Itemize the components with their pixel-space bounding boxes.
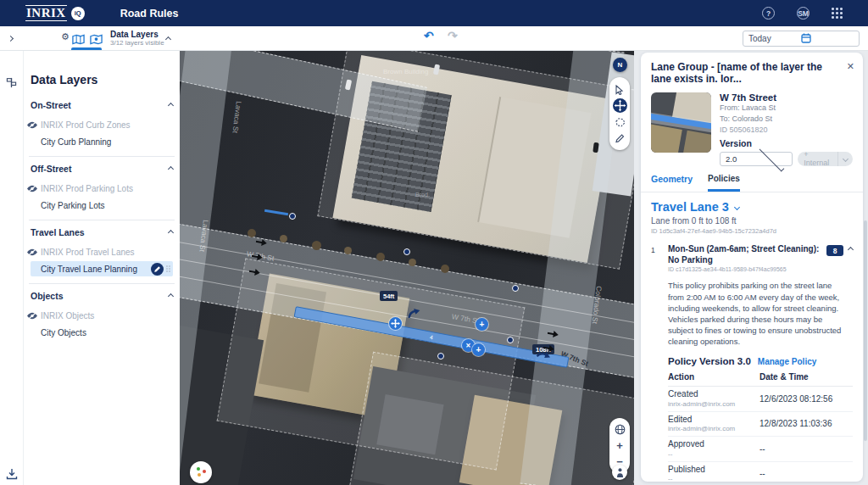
active-tab-indicator <box>71 47 102 50</box>
add-vertex-marker-icon[interactable]: + <box>476 318 488 331</box>
tab-policies[interactable]: Policies <box>708 174 740 192</box>
eye-off-icon[interactable] <box>27 121 41 129</box>
iq-badge-icon: iQ <box>71 7 85 20</box>
lane-title: Travel Lane 3 <box>651 200 729 214</box>
apps-grid-icon[interactable] <box>832 8 843 19</box>
inrix-logo-text: INRIX <box>25 5 67 21</box>
sidebar-title: Data Layers <box>31 73 173 86</box>
layer-item-inrix-objects[interactable]: INRIX Objects <box>31 308 173 323</box>
layer-item-inrix-curb-zones[interactable]: INRIX Prod Curb Zones <box>31 117 173 132</box>
section-on-street[interactable]: On-Street <box>31 100 173 110</box>
move-marker-icon[interactable] <box>389 317 402 330</box>
lane-id: ID 1d5c3af4-27ef-4ae9-94b5-15c7232a4d7d <box>651 227 853 235</box>
compass-icon[interactable]: N <box>613 58 627 72</box>
inrix-logo[interactable]: INRIX iQ <box>25 5 85 21</box>
layer-label: City Travel Lane Planning <box>41 265 137 274</box>
building-label: Brown Building <box>383 68 428 75</box>
vertex-dot[interactable] <box>437 353 444 360</box>
internal-button[interactable]: + Internal <box>798 152 853 166</box>
add-vertex-marker-icon[interactable]: + <box>472 343 485 356</box>
map-canvas[interactable]: Brown Building Brod Lavaca St Lavaca St … <box>180 51 634 485</box>
section-objects[interactable]: Objects <box>31 291 173 301</box>
data-layers-toggle[interactable]: Data Layers 3/12 layers visible <box>110 30 164 47</box>
section-travel-lanes[interactable]: Travel Lanes <box>31 227 173 237</box>
table-row: Published-- -- <box>668 462 853 482</box>
gear-icon[interactable]: ⚙ <box>61 31 70 42</box>
section-off-street[interactable]: Off-Street <box>31 164 173 174</box>
chevron-up-icon[interactable] <box>165 36 171 42</box>
measurement-label-start: 54ft <box>380 291 398 301</box>
help-icon[interactable]: ? <box>762 7 775 20</box>
eye-off-icon[interactable] <box>27 185 41 192</box>
manage-policy-link[interactable]: Manage Policy <box>758 357 816 366</box>
policy-badge: 8 <box>826 245 843 256</box>
layer-item-city-curb-planning[interactable]: City Curb Planning <box>31 134 173 149</box>
policy-version-title: Policy Version 3.0 <box>668 356 751 366</box>
redo-icon[interactable]: ↷ <box>448 29 458 42</box>
globe-icon[interactable] <box>611 421 628 438</box>
layer-item-inrix-travel-lanes[interactable]: INRIX Prod Travel Lanes <box>31 244 173 259</box>
vertex-dot[interactable] <box>289 213 296 220</box>
column-action: Action <box>668 372 760 382</box>
lane-group-panel: Lane Group - [name of the layer the lane… <box>641 53 863 482</box>
pencil-tool-icon[interactable] <box>611 130 628 146</box>
tree <box>312 241 321 250</box>
layer-item-city-parking-lots[interactable]: City Parking Lots <box>31 198 173 213</box>
calendar-icon <box>801 33 854 45</box>
move-tool-icon-selected[interactable] <box>611 98 628 114</box>
lasso-tool-icon[interactable] <box>611 114 628 130</box>
zoom-in-button[interactable]: + <box>611 438 628 454</box>
column-datetime: Date & Time <box>760 372 853 382</box>
panel-tabs: Geometry Policies <box>641 166 863 193</box>
layer-item-city-objects[interactable]: City Objects <box>31 325 173 340</box>
eye-off-icon[interactable] <box>27 312 41 320</box>
layer-label: INRIX Prod Travel Lanes <box>41 248 135 257</box>
undo-icon[interactable]: ↶ <box>424 29 434 42</box>
avatar[interactable]: SM <box>797 7 810 20</box>
drag-handle-icon[interactable] <box>166 265 171 273</box>
edit-layer-icon[interactable] <box>151 263 164 276</box>
layer-label: City Curb Planning <box>41 137 111 147</box>
policy-row-1[interactable]: 1 Mon-Sun (2am-6am; Street Cleaning): No… <box>651 244 853 272</box>
map-view-icon[interactable] <box>72 33 85 48</box>
chevron-up-icon[interactable] <box>848 247 854 253</box>
eye-off-icon[interactable] <box>27 248 41 256</box>
chevron-up-icon[interactable] <box>168 229 174 235</box>
road-signal-icon[interactable] <box>6 76 17 92</box>
policy-title: Mon-Sun (2am-6am; Street Cleaning): No P… <box>668 244 820 265</box>
tab-geometry[interactable]: Geometry <box>651 174 693 192</box>
chevron-up-icon[interactable] <box>168 165 174 171</box>
cursor-tool-icon[interactable] <box>611 81 628 98</box>
turn-arrow-icon <box>406 306 422 323</box>
street-from: From: Lavaca St <box>720 103 853 114</box>
street-id: ID 505061820 <box>720 125 853 136</box>
vertex-dot[interactable] <box>403 248 410 255</box>
chevron-down-icon[interactable] <box>734 204 740 210</box>
lane-segment[interactable] <box>264 209 288 215</box>
chevron-up-icon[interactable] <box>168 293 174 298</box>
version-label: Version <box>720 138 853 148</box>
chevron-down-icon[interactable] <box>838 154 853 163</box>
close-icon[interactable]: ✕ <box>847 61 854 72</box>
date-input[interactable]: Today <box>743 31 860 47</box>
poi-label: Brod <box>415 192 428 198</box>
pegman-button[interactable] <box>612 465 627 480</box>
layer-item-inrix-parking-lots[interactable]: INRIX Prod Parking Lots <box>31 181 173 196</box>
lane-thumbnail <box>651 92 711 153</box>
chevron-up-icon[interactable] <box>168 102 174 108</box>
collapse-sidebar-icon[interactable] <box>8 36 14 42</box>
layer-label: City Parking Lots <box>41 201 105 210</box>
map-tools-toolbar <box>609 77 630 150</box>
vertex-dot[interactable] <box>512 285 519 292</box>
layer-item-city-travel-lane-planning[interactable]: City Travel Lane Planning <box>31 261 173 276</box>
map-layers-icon[interactable] <box>90 33 103 48</box>
scrollbar[interactable] <box>864 220 867 441</box>
download-icon[interactable] <box>6 468 18 483</box>
block-overlay <box>347 352 634 485</box>
basemap-toggle-icon[interactable] <box>190 461 212 483</box>
panel-title: Lane Group - [name of the layer the lane… <box>651 61 842 86</box>
version-select[interactable]: 2.0 <box>720 152 793 166</box>
layer-label: INRIX Prod Parking Lots <box>41 184 133 193</box>
app-header: INRIX iQ Road Rules ? SM <box>0 0 868 26</box>
vertex-dot[interactable] <box>507 337 514 343</box>
